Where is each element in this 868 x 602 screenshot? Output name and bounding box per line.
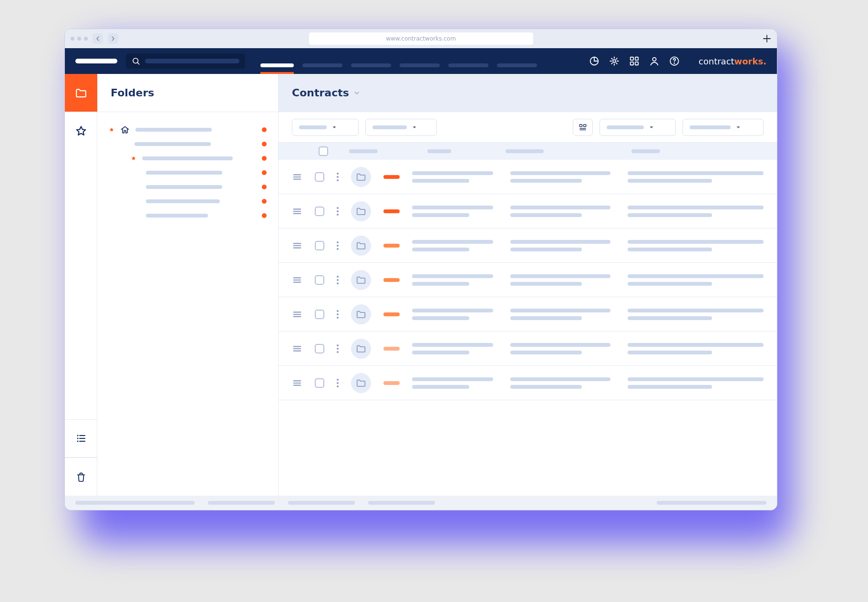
cell-meta [510, 206, 615, 217]
folder-icon [351, 373, 371, 393]
status-chip [383, 209, 400, 213]
url-bar[interactable]: www.contractworks.com [309, 32, 533, 45]
row-checkbox[interactable] [315, 310, 324, 319]
app-logo[interactable] [75, 59, 117, 63]
cell-description [628, 171, 764, 183]
notify-dot [262, 170, 267, 175]
row-more-menu[interactable] [337, 173, 339, 181]
action-dropdown[interactable] [682, 119, 764, 136]
filter-dropdown-1[interactable] [292, 119, 359, 136]
nav-back-button[interactable] [93, 33, 103, 44]
sort-dropdown[interactable] [599, 119, 676, 136]
tree-row-3[interactable] [109, 151, 267, 166]
row-checkbox[interactable] [315, 241, 324, 250]
table-body [279, 160, 777, 496]
gear-icon[interactable] [609, 56, 620, 66]
topnav-tab-2[interactable] [302, 48, 342, 74]
cell-description [628, 274, 764, 286]
select-all-checkbox[interactable] [319, 146, 328, 156]
cell-name [412, 274, 498, 286]
cell-name [412, 171, 498, 183]
svg-point-11 [77, 441, 78, 442]
new-tab-button[interactable] [763, 34, 771, 43]
table-row[interactable] [279, 228, 777, 263]
topnav-tab-5[interactable] [448, 48, 488, 74]
row-more-menu[interactable] [337, 207, 339, 216]
folder-icon [351, 236, 371, 256]
brand-part1: contract [699, 56, 734, 66]
row-checkbox[interactable] [315, 275, 324, 285]
tree-row-6[interactable] [109, 194, 267, 208]
row-checkbox[interactable] [315, 344, 324, 353]
svg-point-10 [77, 438, 78, 439]
topnav-tab-6[interactable] [497, 48, 537, 74]
table-row[interactable] [279, 366, 777, 400]
filter-dropdown-2[interactable] [365, 119, 437, 136]
drag-handle-icon[interactable] [292, 275, 302, 285]
status-item [288, 501, 355, 505]
col-header[interactable] [427, 149, 451, 153]
url-text: www.contractworks.com [386, 35, 456, 42]
drag-handle-icon[interactable] [292, 206, 302, 217]
row-more-menu[interactable] [337, 310, 339, 319]
drag-handle-icon[interactable] [292, 378, 302, 388]
drag-handle-icon[interactable] [292, 343, 302, 354]
traffic-lights [71, 37, 88, 41]
help-icon[interactable] [669, 56, 680, 66]
table-row[interactable] [279, 160, 777, 194]
row-checkbox[interactable] [315, 378, 324, 388]
drag-handle-icon[interactable] [292, 309, 302, 320]
row-more-menu[interactable] [337, 344, 339, 353]
status-chip [383, 244, 400, 248]
notify-dot [262, 185, 267, 189]
svg-point-0 [133, 58, 138, 63]
svg-point-9 [77, 435, 78, 436]
cell-description [628, 343, 764, 354]
apps-icon[interactable] [629, 56, 640, 66]
table-row[interactable] [279, 297, 777, 332]
folder-icon [351, 270, 371, 290]
search-input[interactable] [145, 59, 239, 63]
drag-handle-icon[interactable] [292, 240, 302, 251]
layout-toggle[interactable] [573, 119, 593, 136]
col-header[interactable] [631, 149, 660, 153]
cell-name [412, 309, 498, 320]
col-header[interactable] [506, 149, 544, 153]
svg-rect-4 [630, 62, 633, 65]
user-icon[interactable] [649, 56, 660, 66]
table-row[interactable] [279, 194, 777, 228]
topnav-tabs [260, 48, 537, 74]
table-row[interactable] [279, 332, 777, 366]
rail-list-button[interactable] [65, 419, 97, 457]
main-title[interactable]: Contracts [279, 74, 777, 112]
tree-row-2[interactable] [109, 137, 267, 151]
topnav-tab-1[interactable] [260, 48, 294, 74]
topnav-tab-3[interactable] [351, 48, 391, 74]
pie-chart-icon[interactable] [589, 56, 599, 66]
notify-dot [262, 199, 267, 204]
rail-trash-button[interactable] [65, 457, 97, 496]
status-chip [383, 381, 400, 385]
rail-folders-button[interactable] [65, 74, 97, 112]
row-more-menu[interactable] [337, 276, 339, 284]
table-header [279, 143, 777, 160]
topnav-tab-4[interactable] [400, 48, 440, 74]
nav-forward-button[interactable] [108, 33, 118, 44]
tree-row-4[interactable] [109, 166, 267, 180]
app-topnav: contractworks. [65, 48, 777, 74]
drag-handle-icon[interactable] [292, 172, 302, 182]
row-more-menu[interactable] [337, 379, 339, 387]
col-header[interactable] [349, 149, 378, 153]
tree-row-5[interactable] [109, 180, 267, 194]
browser-window: www.contractworks.com [64, 29, 777, 510]
table-row[interactable] [279, 263, 777, 297]
row-more-menu[interactable] [337, 241, 339, 250]
row-checkbox[interactable] [315, 172, 324, 182]
brand-part3: . [763, 56, 766, 66]
global-search[interactable] [126, 53, 245, 69]
row-checkbox[interactable] [315, 207, 324, 216]
star-icon [109, 127, 114, 133]
tree-row-7[interactable] [109, 208, 267, 223]
tree-row-root[interactable] [109, 123, 267, 137]
rail-favorites-button[interactable] [65, 112, 97, 150]
